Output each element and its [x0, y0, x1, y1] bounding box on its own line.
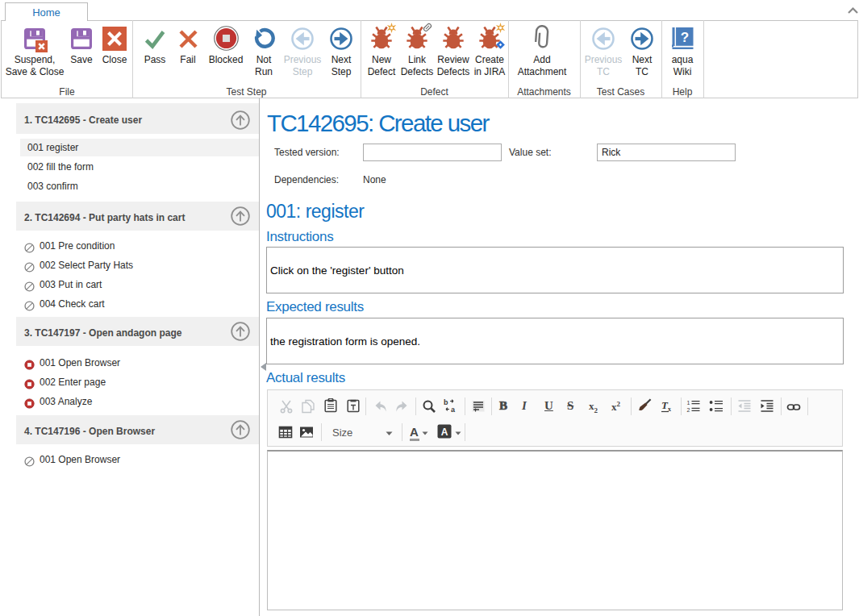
svg-text:b: b — [444, 398, 448, 406]
svg-text:A: A — [441, 427, 448, 438]
svg-text:2: 2 — [687, 407, 690, 413]
svg-text:a: a — [451, 406, 456, 413]
svg-text:1: 1 — [687, 400, 690, 406]
